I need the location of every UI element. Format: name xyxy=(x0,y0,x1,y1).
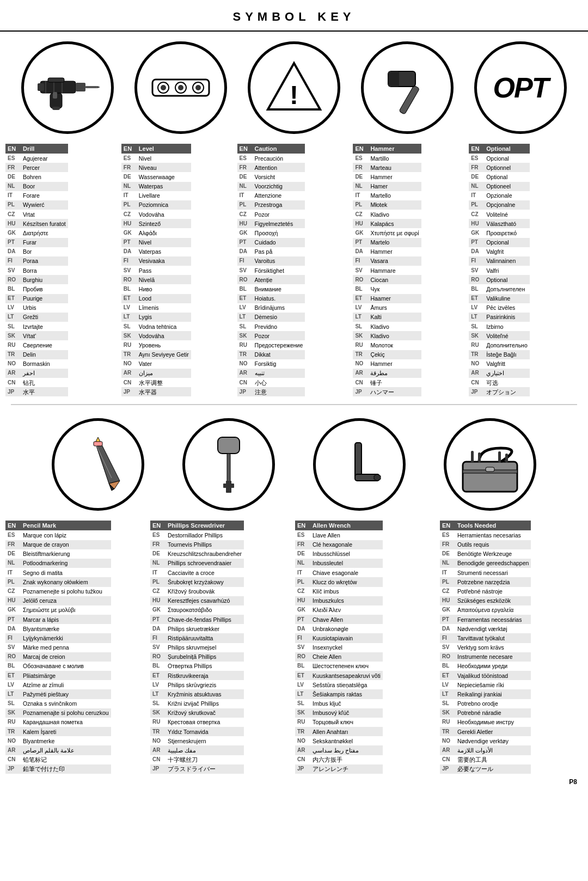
table-header-name: Allen Wrench xyxy=(310,521,383,530)
table-row: ESHerramientas necesarias xyxy=(440,530,531,540)
table-row: RUМолоток xyxy=(353,340,421,350)
translation: 锤子 xyxy=(368,378,421,387)
translation: Livellare xyxy=(137,191,191,200)
translation: Insexnyckel xyxy=(310,643,383,652)
translation: Допълнителен xyxy=(484,284,530,293)
table-row: CZVodováha xyxy=(121,210,191,219)
lang-code: RU xyxy=(237,340,253,350)
table-row: CZKladivo xyxy=(353,210,421,219)
lang-code: FR xyxy=(121,163,137,172)
lang-code: FI xyxy=(469,256,484,266)
table-row: ARاختياري xyxy=(469,369,530,378)
lang-code: TR xyxy=(5,727,21,736)
translation: Προσοχή xyxy=(253,228,305,237)
translation: Puurige xyxy=(21,294,68,303)
lang-code: PL xyxy=(440,577,455,586)
table-row: TRÇekiç xyxy=(353,350,421,359)
lang-code: NO xyxy=(5,736,21,745)
lang-code: DA xyxy=(295,624,310,633)
translation: Hammer xyxy=(368,359,421,369)
table-row: PLMłotek xyxy=(353,200,421,210)
translation: Aynı Seviyeye Getir xyxy=(137,350,191,359)
translation: Необходимые инстру xyxy=(455,718,531,727)
table-row: SLIzbirno xyxy=(469,322,530,331)
table-header-name: Phillips Screwdriver xyxy=(166,521,244,530)
table-row: DAHammer xyxy=(353,247,421,256)
lang-code: CZ xyxy=(469,210,484,219)
translation: Kryžminis atsuktuvas xyxy=(166,689,244,699)
table-row: JPオプション xyxy=(469,387,530,396)
translation: Potrebné náradie xyxy=(455,708,531,718)
table-row: ESLlave Allen xyxy=(295,530,383,540)
table-row: CZKlíč imbus xyxy=(295,587,383,596)
table-optional: ENOptionalESOpcionalFROptionnelDEOptiona… xyxy=(469,144,530,396)
table-row: BLЧук xyxy=(353,284,421,293)
lang-code: FR xyxy=(353,163,368,172)
translation: Boor xyxy=(21,182,68,191)
lang-code: GK xyxy=(295,605,310,615)
table-row: LVPēc izvēles xyxy=(469,303,530,313)
lang-code: ET xyxy=(353,294,368,303)
lang-code: GK xyxy=(150,605,166,615)
lang-code: ES xyxy=(5,530,21,540)
table-row: ESPrecaución xyxy=(237,154,305,163)
table-row: SKKrížový skrutkovač xyxy=(150,708,244,718)
table-row: BLПробив xyxy=(5,284,68,293)
table-row: NOHammer xyxy=(353,359,421,369)
translation: Предостережение xyxy=(253,340,305,350)
lang-code: HU xyxy=(295,596,310,605)
lang-code: JP xyxy=(353,387,368,396)
table-row: RUКрестовая отвертка xyxy=(150,718,244,727)
translation: Poznamenajte si polohu ceruzkou xyxy=(21,708,111,718)
table-row: JP必要なツール xyxy=(440,764,531,774)
translation: Nivel xyxy=(137,238,191,247)
table-row: SLPrevidno xyxy=(237,322,305,331)
translation: Készítsen furatot xyxy=(21,219,68,228)
table-row: FITarvittavat työkalut xyxy=(440,633,531,643)
table-row: GKΔιατρήστε xyxy=(5,228,68,237)
translation: Hammer xyxy=(368,172,421,181)
translation: Dikkat xyxy=(253,350,305,359)
svg-rect-31 xyxy=(227,454,230,484)
lang-code: JP xyxy=(237,387,253,396)
table-row: HUImbuszkulcs xyxy=(295,596,383,605)
table-row: GKΑλφάδι xyxy=(121,228,191,237)
table-row: PTCuidado xyxy=(237,238,305,247)
translation: Kreuzschlitzschraubendreher xyxy=(166,549,244,559)
lang-code: GK xyxy=(440,605,455,615)
table-row: ITStrumenti necessari xyxy=(440,568,531,577)
lang-code: NO xyxy=(237,359,253,369)
translation: 铅笔标记 xyxy=(21,755,111,764)
svg-rect-3 xyxy=(85,86,97,88)
translation: Уровень xyxy=(137,340,191,350)
table-row: LTKalti xyxy=(353,313,421,322)
translation: Tournevis Phillips xyxy=(166,540,244,549)
translation: Optionnel xyxy=(484,163,530,172)
lang-code: LV xyxy=(440,680,455,689)
lang-code: SV xyxy=(440,643,455,652)
lang-code: ES xyxy=(5,154,21,163)
translation: Lygis xyxy=(137,313,191,322)
translation: Nødvendige verktøy xyxy=(455,736,531,745)
table-row: ETKuuskantsesapeakruvi võti xyxy=(295,671,383,680)
table-row: SVVerktyg som krävs xyxy=(440,643,531,652)
translation: Śrubokręt krzyżakowy xyxy=(166,577,244,586)
translation: 可选 xyxy=(484,378,530,387)
table-row: HUFigyelmeztetés xyxy=(237,219,305,228)
translation: Ниво xyxy=(137,284,191,293)
lang-code: SL xyxy=(237,322,253,331)
opt-label: OPT xyxy=(493,71,548,104)
translation: Križni izvijač Phillips xyxy=(166,699,244,708)
translation: 内六方扳手 xyxy=(310,755,383,764)
translation: Klucz do wkrętów xyxy=(310,577,383,586)
table-row: NOValgfritt xyxy=(469,359,530,369)
table-row: SLKladivo xyxy=(353,322,421,331)
pencil-icon xyxy=(52,418,144,511)
lang-code: CN xyxy=(150,755,166,764)
translation: Отвертка Phillips xyxy=(166,662,244,671)
translation: Marteau xyxy=(368,163,421,172)
translation: Izbirno xyxy=(484,322,530,331)
lang-code: FR xyxy=(295,540,310,549)
table-row: NOSekskantnøkkel xyxy=(295,736,383,745)
translation: Торцовый ключ xyxy=(310,718,383,727)
